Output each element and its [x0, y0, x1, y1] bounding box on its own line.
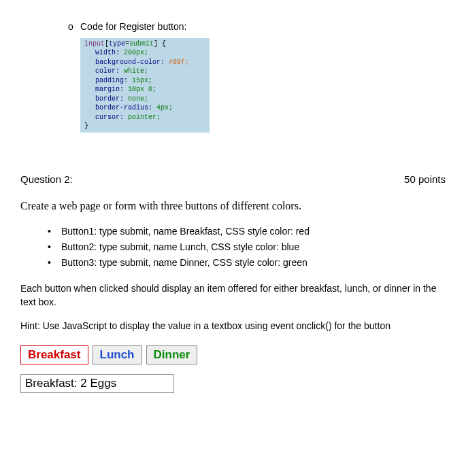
bullet-dot-icon: •: [48, 224, 61, 239]
code-heading-text: Code for Register button:: [80, 20, 446, 34]
question2-hint: Hint: Use JavaScript to display the valu…: [20, 320, 446, 333]
code-line: }: [84, 122, 205, 131]
code-line: color: white;: [84, 67, 205, 76]
question2-label: Question 2:: [20, 173, 73, 185]
bullet-item: •Button2: type submit, name Lunch, CSS s…: [48, 240, 446, 254]
code-line: padding: 15px;: [84, 76, 205, 86]
dinner-button[interactable]: Dinner: [146, 345, 198, 364]
question2-bullets: •Button1: type submit, name Breakfast, C…: [20, 224, 446, 270]
bullet-item: •Button1: type submit, name Breakfast, C…: [48, 224, 446, 239]
question2-intro: Create a web page or form with three but…: [20, 199, 446, 214]
output-textbox[interactable]: Breakfast: 2 Eggs: [20, 374, 174, 393]
code-line: cursor: pointer;: [84, 113, 205, 122]
code-heading-item: o Code for Register button:: [68, 20, 446, 34]
demo-button-row: Breakfast Lunch Dinner: [20, 345, 446, 364]
lunch-button[interactable]: Lunch: [93, 345, 142, 364]
bullet-dot-icon: •: [48, 240, 61, 254]
list-marker-circle: o: [68, 20, 80, 34]
bullet-item: •Button3: type submit, name Dinner, CSS …: [48, 256, 446, 270]
bullet-dot-icon: •: [48, 256, 61, 270]
bullet-text: Button3: type submit, name Dinner, CSS s…: [61, 256, 307, 270]
question2-points: 50 points: [404, 173, 446, 185]
question2-description: Each button when clicked should display …: [20, 282, 446, 309]
question2-header: Question 2: 50 points: [20, 173, 446, 185]
breakfast-button[interactable]: Breakfast: [20, 345, 88, 364]
code-block: input[type=submit] {width: 200px;backgro…: [80, 38, 210, 133]
code-line: border: none;: [84, 95, 205, 104]
code-line: width: 200px;: [84, 48, 205, 58]
code-line: background-color: #09f;: [84, 58, 205, 67]
code-line: margin: 10px 0;: [84, 85, 205, 95]
bullet-text: Button2: type submit, name Lunch, CSS st…: [61, 240, 299, 254]
bullet-text: Button1: type submit, name Breakfast, CS…: [61, 224, 310, 239]
code-line: border-radius: 4px;: [84, 103, 205, 113]
code-line: input[type=submit] {: [84, 39, 205, 49]
